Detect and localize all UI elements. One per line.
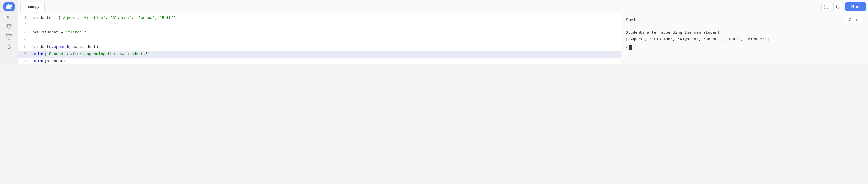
code-line-6: 6 print('Students after appending the ne… [18, 50, 621, 58]
line-num-2: 2 [18, 22, 30, 29]
code-line-4: 4 [18, 36, 621, 43]
sidebar-icon-java[interactable] [3, 43, 15, 51]
expand-button[interactable] [821, 2, 831, 11]
shell-prompt: > [626, 44, 863, 50]
shell-panel: Shell Clear Students after appending the… [621, 13, 868, 64]
code-line-1: 1 students = ['Agnes', 'Kristina', 'Alya… [18, 14, 621, 22]
sidebar-icon-python[interactable] [3, 2, 15, 11]
line-num-5: 5 [18, 43, 30, 50]
output-line-1: Students after appending the new student… [626, 30, 863, 36]
sidebar-icon-r[interactable]: R [3, 13, 15, 21]
line-num-1: 1 [18, 14, 30, 22]
line-content-5: students.append(new_student) [30, 43, 98, 50]
clear-button[interactable]: Clear [844, 16, 863, 24]
run-button[interactable]: Run [845, 2, 866, 11]
tab-main-py[interactable]: main.py [21, 1, 44, 12]
prompt-symbol: > [626, 44, 628, 50]
svg-point-4 [8, 57, 9, 58]
line-content-4 [30, 36, 33, 43]
content-area: 1 students = ['Agnes', 'Kristina', 'Alya… [18, 13, 868, 64]
line-content-6: print('Students after appending the new … [30, 50, 150, 58]
tab-actions: Run [821, 2, 866, 11]
line-num-7: 7 [18, 58, 30, 64]
line-content-2 [30, 22, 33, 29]
sidebar-icon-more[interactable] [3, 53, 15, 61]
svg-point-5 [8, 59, 9, 60]
sidebar-icon-database[interactable] [3, 23, 15, 31]
sidebar: R [0, 0, 18, 64]
code-editor[interactable]: 1 students = ['Agnes', 'Kristina', 'Alya… [18, 13, 621, 64]
shell-cursor [629, 45, 632, 49]
shell-output[interactable]: Students after appending the new student… [621, 27, 868, 64]
code-line-2: 2 [18, 22, 621, 29]
svg-point-3 [8, 55, 9, 56]
output-line-2: ['Agnes', 'Kristina', 'Alyanna', 'Joshua… [626, 36, 863, 43]
sidebar-icon-html[interactable] [3, 33, 15, 41]
line-content-7: print(students) [30, 58, 68, 64]
main-area: main.py Run 1 students = ['Agnes', 'Kris… [18, 0, 868, 64]
shell-title: Shell [626, 17, 635, 22]
code-line-3: 3 new_student = 'Michael' [18, 29, 621, 36]
line-content-1: students = ['Agnes', 'Kristina', 'Alyann… [30, 14, 176, 22]
line-num-3: 3 [18, 29, 30, 36]
shell-header: Shell Clear [621, 13, 868, 27]
svg-text:R: R [7, 15, 10, 19]
line-num-4: 4 [18, 36, 30, 43]
theme-button[interactable] [833, 2, 843, 11]
code-line-7: 7 print(students) [18, 58, 621, 64]
code-line-5: 5 students.append(new_student) [18, 43, 621, 50]
tab-bar: main.py Run [18, 0, 868, 13]
line-content-3: new_student = 'Michael' [30, 29, 87, 36]
line-num-6: 6 [18, 50, 30, 58]
svg-point-1 [7, 24, 11, 26]
tab-label: main.py [26, 4, 39, 9]
